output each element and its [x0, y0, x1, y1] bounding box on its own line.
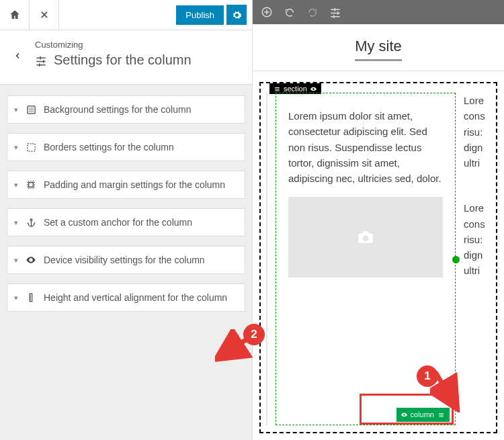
customizer-header: Customizing Settings for the column: [0, 30, 252, 85]
panel-title: Settings for the column: [54, 52, 192, 68]
border-icon: [25, 142, 37, 152]
menu-icon: [274, 86, 281, 92]
svg-point-4: [29, 109, 30, 110]
text-block[interactable]: Lorem ipsum dolor sit amet, consectetur …: [288, 108, 443, 186]
chevron-down-icon: ▾: [14, 256, 18, 265]
text-block: Lore cons risu: dign ultri: [464, 200, 491, 278]
chevron-down-icon: ▾: [14, 105, 18, 114]
section-visibility[interactable]: ▾ Device visibility settings for the col…: [7, 246, 245, 274]
customizer-topbar: Publish: [0, 0, 252, 30]
clipped-column: Lore cons risu: dign ultri Lore cons ris…: [464, 93, 491, 425]
eye-icon: [310, 85, 317, 93]
settings-list: ▾ Background settings for the column ▾ B…: [0, 85, 252, 322]
close-button[interactable]: [30, 0, 59, 30]
redo-button[interactable]: [306, 6, 319, 18]
svg-point-12: [30, 218, 32, 220]
svg-point-1: [29, 107, 30, 109]
canvas-toolbar: [253, 0, 504, 24]
svg-point-6: [32, 109, 34, 110]
chevron-down-icon: ▾: [14, 294, 18, 302]
publish-settings-button[interactable]: [226, 5, 247, 25]
column-resize-handle[interactable]: [452, 256, 460, 263]
publish-button[interactable]: Publish: [176, 5, 224, 25]
svg-point-8: [30, 111, 32, 112]
anchor-icon: [25, 218, 37, 228]
section-label: Padding and margin settings for the colu…: [44, 179, 225, 190]
redo-icon: [306, 6, 319, 18]
site-title: My site: [355, 38, 402, 61]
svg-rect-11: [29, 183, 34, 187]
svg-point-5: [30, 109, 32, 110]
section-label: Device visibility settings for the colum…: [44, 255, 205, 265]
chevron-down-icon: ▾: [14, 181, 18, 189]
home-button[interactable]: [0, 0, 30, 30]
sliders-icon: [35, 54, 47, 67]
grid-icon: [25, 105, 37, 115]
eye-icon: [25, 255, 37, 265]
section-anchor[interactable]: ▾ Set a custom anchor for the column: [7, 208, 245, 236]
ruler-icon: [25, 292, 37, 303]
text-block: Lore cons risu: dign ultri: [464, 93, 491, 171]
section-label: Background settings for the column: [44, 104, 191, 115]
section-height[interactable]: ▾ Height and vertical alignment for the …: [7, 283, 245, 312]
section-background[interactable]: ▾ Background settings for the column: [7, 95, 245, 124]
box-model-icon: [25, 179, 37, 190]
svg-rect-13: [30, 294, 32, 302]
column-handle[interactable]: column: [396, 408, 450, 422]
section[interactable]: section Lorem ipsum dolor sit amet, cons…: [259, 82, 497, 433]
svg-point-7: [29, 111, 30, 112]
active-column[interactable]: Lorem ipsum dolor sit amet, consectetur …: [276, 93, 456, 425]
add-button[interactable]: [261, 6, 273, 18]
canvas-settings-button[interactable]: [329, 6, 341, 18]
image-placeholder[interactable]: [288, 197, 443, 277]
divider: [253, 71, 504, 71]
plus-circle-icon: [261, 6, 273, 18]
section-padding[interactable]: ▾ Padding and margin settings for the co…: [7, 171, 245, 199]
camera-icon: [355, 228, 376, 246]
svg-point-3: [32, 107, 34, 109]
section-label: Height and vertical alignment for the co…: [44, 292, 227, 303]
undo-icon: [284, 6, 296, 18]
svg-point-2: [30, 107, 32, 109]
close-icon: [40, 10, 49, 19]
section-borders[interactable]: ▾ Borders settings for the column: [7, 133, 245, 161]
breadcrumb: Customizing: [35, 40, 243, 50]
chevron-left-icon: [13, 50, 22, 62]
sliders-icon: [329, 6, 341, 18]
gear-icon: [232, 10, 242, 20]
eye-icon: [401, 411, 408, 419]
chevron-down-icon: ▾: [14, 143, 18, 152]
column-handle-label: column: [411, 409, 434, 421]
menu-icon: [437, 412, 446, 418]
undo-button[interactable]: [284, 6, 296, 18]
customizer-panel: Publish Customizing Settings for the col…: [0, 0, 253, 440]
home-icon: [9, 9, 21, 21]
back-button[interactable]: [9, 40, 26, 72]
preview-canvas: My site section Lorem ipsum dolor sit am…: [253, 0, 504, 440]
section-label: Borders settings for the column: [44, 142, 174, 152]
chevron-down-icon: ▾: [14, 218, 18, 227]
section-label: Set a custom anchor for the column: [44, 217, 192, 228]
spacer-column: [266, 93, 267, 425]
site-header: My site: [253, 24, 504, 78]
section-handle-label: section: [284, 85, 307, 93]
svg-rect-10: [27, 143, 34, 150]
svg-point-9: [32, 111, 34, 112]
